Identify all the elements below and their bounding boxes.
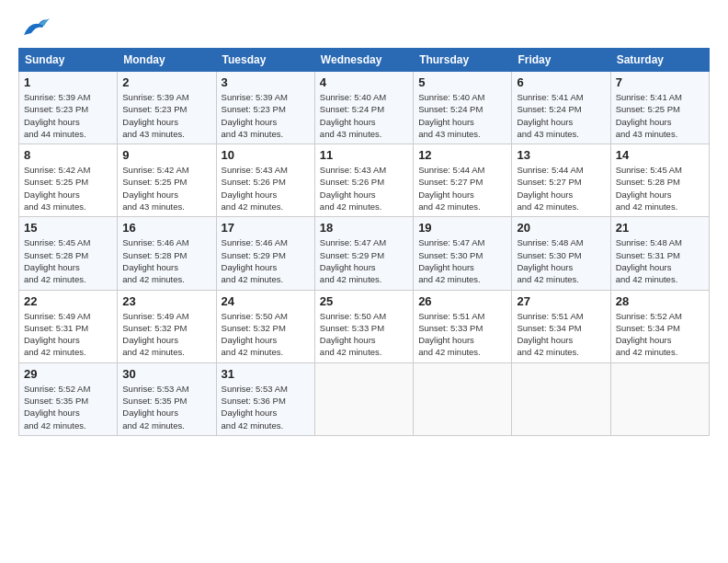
day-info: Sunrise: 5:53 AM Sunset: 5:35 PM Dayligh… (122, 383, 210, 431)
calendar-cell: 23 Sunrise: 5:49 AM Sunset: 5:32 PM Dayl… (118, 290, 216, 362)
calendar-cell: 31 Sunrise: 5:53 AM Sunset: 5:36 PM Dayl… (216, 362, 314, 435)
calendar-cell: 18 Sunrise: 5:47 AM Sunset: 5:29 PM Dayl… (314, 217, 413, 290)
calendar-cell: 17 Sunrise: 5:46 AM Sunset: 5:29 PM Dayl… (216, 217, 314, 290)
col-header-saturday: Saturday (610, 49, 709, 72)
calendar-cell: 6 Sunrise: 5:41 AM Sunset: 5:24 PM Dayli… (512, 72, 610, 144)
day-info: Sunrise: 5:49 AM Sunset: 5:32 PM Dayligh… (122, 310, 210, 359)
day-number: 30 (122, 367, 210, 381)
calendar-cell (314, 362, 413, 435)
calendar-cell: 19 Sunrise: 5:47 AM Sunset: 5:30 PM Dayl… (414, 217, 512, 290)
calendar-cell: 24 Sunrise: 5:50 AM Sunset: 5:32 PM Dayl… (216, 290, 314, 362)
logo (18, 15, 53, 40)
day-number: 3 (222, 75, 310, 89)
day-info: Sunrise: 5:41 AM Sunset: 5:25 PM Dayligh… (616, 91, 704, 140)
calendar-cell: 11 Sunrise: 5:43 AM Sunset: 5:26 PM Dayl… (314, 144, 413, 217)
calendar-cell: 1 Sunrise: 5:39 AM Sunset: 5:23 PM Dayli… (19, 72, 118, 144)
day-info: Sunrise: 5:51 AM Sunset: 5:33 PM Dayligh… (418, 310, 506, 359)
day-info: Sunrise: 5:44 AM Sunset: 5:27 PM Dayligh… (517, 164, 605, 213)
logo-bird-icon (18, 15, 50, 40)
day-info: Sunrise: 5:43 AM Sunset: 5:26 PM Dayligh… (222, 164, 310, 213)
day-info: Sunrise: 5:39 AM Sunset: 5:23 PM Dayligh… (122, 91, 210, 140)
day-number: 21 (616, 221, 704, 235)
day-info: Sunrise: 5:50 AM Sunset: 5:32 PM Dayligh… (222, 310, 310, 359)
day-number: 4 (320, 75, 408, 89)
day-number: 10 (222, 148, 310, 162)
day-info: Sunrise: 5:50 AM Sunset: 5:33 PM Dayligh… (320, 310, 408, 359)
day-info: Sunrise: 5:42 AM Sunset: 5:25 PM Dayligh… (122, 164, 210, 213)
day-info: Sunrise: 5:46 AM Sunset: 5:28 PM Dayligh… (122, 236, 210, 285)
day-number: 29 (24, 367, 112, 381)
day-number: 24 (222, 294, 310, 308)
day-number: 23 (122, 294, 210, 308)
day-number: 14 (616, 148, 704, 162)
day-number: 5 (418, 75, 506, 89)
col-header-tuesday: Tuesday (216, 49, 314, 72)
calendar-cell (610, 362, 709, 435)
day-info: Sunrise: 5:41 AM Sunset: 5:24 PM Dayligh… (517, 91, 605, 140)
day-number: 6 (517, 75, 605, 89)
day-info: Sunrise: 5:40 AM Sunset: 5:24 PM Dayligh… (320, 91, 408, 140)
day-info: Sunrise: 5:48 AM Sunset: 5:31 PM Dayligh… (616, 236, 704, 285)
day-number: 19 (418, 221, 506, 235)
day-number: 8 (24, 148, 112, 162)
day-number: 13 (517, 148, 605, 162)
day-number: 31 (222, 367, 310, 381)
col-header-monday: Monday (118, 49, 216, 72)
calendar-cell: 16 Sunrise: 5:46 AM Sunset: 5:28 PM Dayl… (118, 217, 216, 290)
calendar-cell: 8 Sunrise: 5:42 AM Sunset: 5:25 PM Dayli… (19, 144, 118, 217)
day-number: 16 (122, 221, 210, 235)
page: SundayMondayTuesdayWednesdayThursdayFrid… (0, 0, 728, 563)
day-info: Sunrise: 5:39 AM Sunset: 5:23 PM Dayligh… (222, 91, 310, 140)
day-number: 1 (24, 75, 112, 89)
day-info: Sunrise: 5:53 AM Sunset: 5:36 PM Dayligh… (222, 383, 310, 431)
day-info: Sunrise: 5:45 AM Sunset: 5:28 PM Dayligh… (616, 164, 704, 213)
calendar-cell: 3 Sunrise: 5:39 AM Sunset: 5:23 PM Dayli… (216, 72, 314, 144)
day-info: Sunrise: 5:52 AM Sunset: 5:34 PM Dayligh… (616, 310, 704, 359)
day-info: Sunrise: 5:40 AM Sunset: 5:24 PM Dayligh… (418, 91, 506, 140)
day-number: 7 (616, 75, 704, 89)
day-number: 18 (320, 221, 408, 235)
day-number: 17 (222, 221, 310, 235)
day-info: Sunrise: 5:39 AM Sunset: 5:23 PM Dayligh… (24, 91, 112, 140)
calendar-cell: 7 Sunrise: 5:41 AM Sunset: 5:25 PM Dayli… (610, 72, 709, 144)
day-number: 9 (122, 148, 210, 162)
day-number: 20 (517, 221, 605, 235)
day-info: Sunrise: 5:43 AM Sunset: 5:26 PM Dayligh… (320, 164, 408, 213)
day-number: 12 (418, 148, 506, 162)
calendar-cell (414, 362, 512, 435)
day-info: Sunrise: 5:52 AM Sunset: 5:35 PM Dayligh… (24, 383, 112, 431)
calendar-cell: 28 Sunrise: 5:52 AM Sunset: 5:34 PM Dayl… (610, 290, 709, 362)
calendar-cell: 20 Sunrise: 5:48 AM Sunset: 5:30 PM Dayl… (512, 217, 610, 290)
calendar-cell: 25 Sunrise: 5:50 AM Sunset: 5:33 PM Dayl… (314, 290, 413, 362)
calendar-cell: 22 Sunrise: 5:49 AM Sunset: 5:31 PM Dayl… (19, 290, 118, 362)
day-info: Sunrise: 5:49 AM Sunset: 5:31 PM Dayligh… (24, 310, 112, 359)
day-number: 25 (320, 294, 408, 308)
day-number: 11 (320, 148, 408, 162)
calendar-cell: 26 Sunrise: 5:51 AM Sunset: 5:33 PM Dayl… (414, 290, 512, 362)
calendar-cell: 30 Sunrise: 5:53 AM Sunset: 5:35 PM Dayl… (118, 362, 216, 435)
calendar-cell: 21 Sunrise: 5:48 AM Sunset: 5:31 PM Dayl… (610, 217, 709, 290)
calendar-table: SundayMondayTuesdayWednesdayThursdayFrid… (18, 48, 710, 436)
calendar-cell: 13 Sunrise: 5:44 AM Sunset: 5:27 PM Dayl… (512, 144, 610, 217)
calendar-cell: 4 Sunrise: 5:40 AM Sunset: 5:24 PM Dayli… (314, 72, 413, 144)
day-info: Sunrise: 5:44 AM Sunset: 5:27 PM Dayligh… (418, 164, 506, 213)
calendar-cell: 12 Sunrise: 5:44 AM Sunset: 5:27 PM Dayl… (414, 144, 512, 217)
day-info: Sunrise: 5:48 AM Sunset: 5:30 PM Dayligh… (517, 236, 605, 285)
calendar-cell: 9 Sunrise: 5:42 AM Sunset: 5:25 PM Dayli… (118, 144, 216, 217)
calendar-cell: 15 Sunrise: 5:45 AM Sunset: 5:28 PM Dayl… (19, 217, 118, 290)
calendar-cell: 10 Sunrise: 5:43 AM Sunset: 5:26 PM Dayl… (216, 144, 314, 217)
day-number: 26 (418, 294, 506, 308)
day-number: 15 (24, 221, 112, 235)
day-number: 2 (122, 75, 210, 89)
day-number: 28 (616, 294, 704, 308)
calendar-cell: 5 Sunrise: 5:40 AM Sunset: 5:24 PM Dayli… (414, 72, 512, 144)
calendar-cell (512, 362, 610, 435)
day-info: Sunrise: 5:47 AM Sunset: 5:30 PM Dayligh… (418, 236, 506, 285)
day-info: Sunrise: 5:42 AM Sunset: 5:25 PM Dayligh… (24, 164, 112, 213)
header (18, 15, 710, 40)
day-info: Sunrise: 5:47 AM Sunset: 5:29 PM Dayligh… (320, 236, 408, 285)
day-number: 22 (24, 294, 112, 308)
day-number: 27 (517, 294, 605, 308)
col-header-wednesday: Wednesday (314, 49, 413, 72)
col-header-thursday: Thursday (414, 49, 512, 72)
